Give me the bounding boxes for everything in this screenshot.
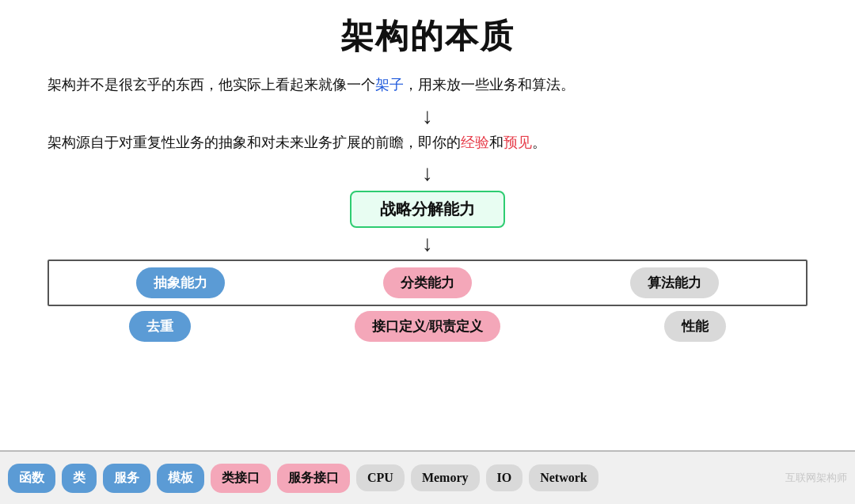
para2-text1: 架构源自于对重复性业务的抽象和对未来业务扩展的前瞻，即你的 xyxy=(48,135,461,150)
row2-col1: 去重 xyxy=(129,311,191,342)
row1-col2: 分类能力 xyxy=(383,267,472,298)
bottom-blue-4[interactable]: 模板 xyxy=(157,464,204,493)
row2-col3: 性能 xyxy=(664,311,726,342)
para1-text2: ，用来放一些业务和算法。 xyxy=(404,77,575,93)
page-title: 架构的本质 xyxy=(48,14,808,59)
row1-col3: 算法能力 xyxy=(630,267,719,298)
para1-highlight1: 架子 xyxy=(375,77,404,93)
arrow-3: ↓ xyxy=(48,233,808,255)
center-box: 战略分解能力 xyxy=(350,191,505,228)
bottom-gray-memory[interactable]: Memory xyxy=(411,464,480,491)
para1-text1: 架构并不是很玄乎的东西，他实际上看起来就像一个 xyxy=(48,77,375,93)
bottom-pink-1[interactable]: 类接口 xyxy=(211,464,271,493)
arrow-1: ↓ xyxy=(48,105,808,127)
bottom-pink-2[interactable]: 服务接口 xyxy=(277,464,350,493)
bottom-gray-io[interactable]: IO xyxy=(486,464,523,491)
center-box-wrap: 战略分解能力 xyxy=(48,191,808,228)
row1-col1: 抽象能力 xyxy=(136,267,225,298)
arrow-2: ↓ xyxy=(48,162,808,184)
row2-container: 去重 接口定义/职责定义 性能 xyxy=(48,309,808,343)
paragraph-1: 架构并不是很玄乎的东西，他实际上看起来就像一个架子，用来放一些业务和算法。 xyxy=(48,73,808,97)
bottom-gray-cpu[interactable]: CPU xyxy=(356,464,405,491)
paragraph-2: 架构源自于对重复性业务的抽象和对未来业务扩展的前瞻，即你的经验和预见。 xyxy=(48,131,808,155)
bottom-gray-network[interactable]: Network xyxy=(529,464,598,491)
bottom-bar: 函数 类 服务 模板 类接口 服务接口 CPU Memory IO Networ… xyxy=(0,450,855,504)
para2-text2: 和 xyxy=(489,135,504,150)
bottom-blue-2[interactable]: 类 xyxy=(62,464,97,493)
watermark: 互联网架构师 xyxy=(785,471,847,485)
row1-container: 抽象能力 分类能力 算法能力 xyxy=(48,260,808,306)
bottom-blue-3[interactable]: 服务 xyxy=(103,464,150,493)
page-container: 架构的本质 架构并不是很玄乎的东西，他实际上看起来就像一个架子，用来放一些业务和… xyxy=(0,0,855,504)
row2-col2: 接口定义/职责定义 xyxy=(355,311,501,342)
para2-highlight1: 经验 xyxy=(461,135,489,150)
para2-highlight2: 预见 xyxy=(504,135,532,150)
para2-text3: 。 xyxy=(532,135,546,150)
bottom-blue-1[interactable]: 函数 xyxy=(8,464,55,493)
